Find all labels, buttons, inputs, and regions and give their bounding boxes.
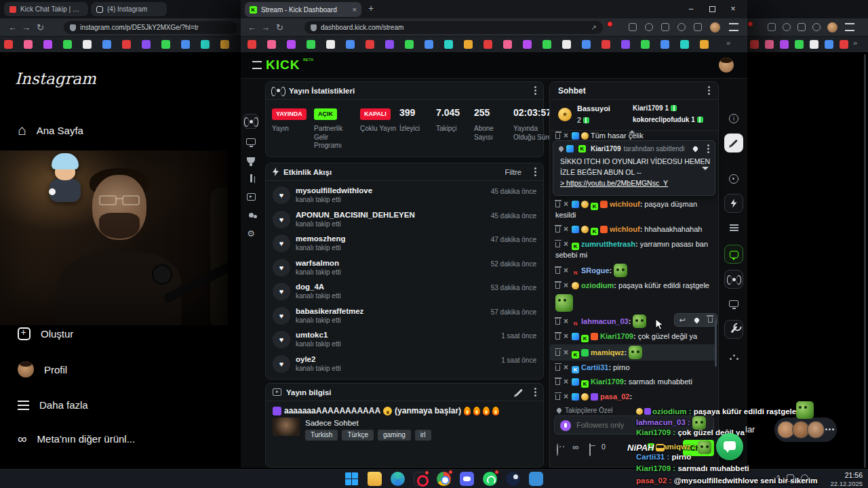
bookmark-favicon[interactable] (601, 40, 610, 49)
kebab-menu-icon[interactable] (707, 148, 709, 150)
bookmark-favicon[interactable] (346, 40, 355, 49)
extensions-puzzle-icon[interactable] (694, 23, 702, 31)
analytics-icon[interactable] (243, 171, 258, 186)
chat-username[interactable]: Kiari1709 (600, 332, 633, 340)
bookmark-favicon[interactable] (523, 40, 532, 49)
community-icon[interactable] (243, 207, 258, 222)
edit-icon[interactable] (515, 388, 523, 396)
bookmark-favicon[interactable] (161, 40, 170, 49)
chat-username[interactable]: lahmacun_03 (581, 317, 629, 325)
expand-chevron-icon[interactable] (702, 167, 709, 170)
kebab-menu-icon[interactable] (708, 89, 710, 92)
moderation-icon[interactable] (724, 320, 743, 339)
bookmark-favicon[interactable] (63, 40, 72, 49)
sidebar-item-menu[interactable]: Daha fazla (18, 399, 88, 411)
bookmark-favicon[interactable] (220, 40, 229, 49)
chat-username[interactable]: SRogue (581, 266, 610, 274)
mod-delete-icon[interactable] (555, 202, 560, 207)
edit-icon[interactable] (724, 134, 743, 152)
bookmark-favicon[interactable] (582, 40, 591, 49)
bookmarks-overflow-icon[interactable]: » (726, 39, 730, 47)
kebab-menu-icon[interactable] (534, 391, 536, 393)
bookmark-favicon[interactable] (102, 40, 111, 49)
bookmark-favicon[interactable] (680, 40, 689, 49)
reload-icon[interactable]: ↻ (276, 18, 283, 37)
app-icon[interactable] (529, 472, 543, 486)
follower-username[interactable]: oyle2 (296, 354, 472, 364)
reply-icon[interactable]: ↩ (679, 317, 685, 324)
discord-icon[interactable] (460, 472, 474, 486)
tag-pill[interactable]: Türkçe (342, 430, 374, 441)
share-icon[interactable]: ↗ (591, 18, 597, 37)
bookmark-favicon[interactable] (181, 40, 190, 49)
follower-username[interactable]: warfsalmon (296, 258, 472, 268)
mod-ban-icon[interactable]: × (564, 224, 568, 234)
mod-ban-icon[interactable]: × (564, 199, 568, 209)
bookmark-favicon[interactable] (621, 40, 630, 49)
mod-ban-icon[interactable]: × (564, 348, 568, 357)
emote-picker-icon[interactable] (557, 443, 558, 456)
address-bar[interactable]: instagram.com/p/DE5JkY2MXGe/?hl=tr (64, 21, 237, 34)
tab-close-icon[interactable]: × (353, 5, 357, 14)
broadcast-icon[interactable] (724, 270, 743, 289)
bookmark-favicon[interactable] (503, 40, 512, 49)
bookmark-favicon[interactable] (840, 40, 848, 49)
follower-username[interactable]: memoszheng (296, 234, 472, 243)
mod-delete-icon[interactable] (555, 242, 560, 247)
bookmark-favicon[interactable] (425, 40, 433, 49)
bookmark-favicon[interactable] (307, 40, 315, 49)
forward-icon[interactable]: → (261, 18, 270, 37)
extensions-puzzle-icon[interactable] (797, 23, 806, 31)
vpn-icon[interactable] (783, 23, 791, 31)
close-button[interactable]: × (723, 1, 743, 16)
bookmarks-overflow-icon[interactable]: » (853, 39, 857, 47)
new-tab-button[interactable]: + (368, 3, 374, 14)
filter-button[interactable]: Filtre (505, 168, 521, 176)
whatsapp-icon[interactable] (483, 472, 497, 486)
bookmark-favicon[interactable] (700, 40, 709, 49)
kebab-menu-icon[interactable] (534, 89, 536, 92)
maximize-button[interactable] (702, 1, 722, 16)
bookmark-favicon[interactable] (4, 40, 13, 49)
mod-ban-icon[interactable]: × (564, 281, 568, 290)
more-icon[interactable] (829, 428, 831, 430)
mod-delete-icon[interactable] (555, 319, 560, 325)
bookmark-favicon[interactable] (484, 40, 492, 49)
forward-icon[interactable]: → (22, 18, 31, 37)
mod-delete-icon[interactable] (555, 380, 560, 385)
taskbar-clock[interactable]: 21:56 22.12.2025 (830, 471, 863, 487)
chat-username[interactable]: wichlouf (610, 200, 640, 208)
kebab-menu-icon[interactable] (534, 171, 536, 173)
bookmark-favicon[interactable] (765, 40, 774, 49)
follower-username[interactable]: dog_4A (296, 282, 472, 291)
profile-avatar[interactable] (827, 22, 837, 33)
broadcast-icon[interactable] (243, 114, 258, 129)
chrome-icon[interactable] (437, 472, 451, 486)
tag-pill[interactable]: irl (415, 430, 431, 441)
floating-chat-button[interactable] (716, 433, 743, 460)
bookmark-favicon[interactable] (122, 40, 131, 49)
chat-username[interactable]: wichlouf (610, 225, 640, 233)
follower-username[interactable]: APONUN_BACISINI_DEHLEYEN (296, 210, 472, 220)
mod-ban-icon[interactable]: × (564, 239, 568, 249)
bookmark-favicon[interactable] (201, 40, 210, 49)
delete-icon[interactable] (708, 317, 713, 323)
pin-icon[interactable] (692, 146, 699, 152)
bookmark-favicon[interactable] (405, 40, 414, 49)
mod-ban-icon[interactable]: × (564, 377, 568, 386)
gifter-leaderboard[interactable]: ★ Bassuyoi 2 Kiari1709 1 kokoreclipofudu… (550, 100, 718, 131)
volume-icon[interactable] (629, 23, 637, 31)
quick-actions-icon[interactable] (724, 194, 743, 213)
bookmark-favicon[interactable] (83, 40, 92, 49)
sidebar-item-create[interactable]: Oluştur (18, 327, 73, 340)
follower-username[interactable]: mysoulfilledwithlove (296, 186, 472, 195)
bookmark-favicon[interactable] (810, 40, 818, 49)
mod-ban-icon[interactable]: × (564, 317, 568, 326)
bookmark-favicon[interactable] (464, 40, 473, 49)
tag-pill[interactable]: Turkish (305, 430, 338, 441)
chat-username[interactable]: oziodium (581, 281, 614, 289)
tab-kick-chat-takip[interactable]: Kick Chat Takip | Wich (4, 2, 88, 16)
bookmark-favicon[interactable] (385, 40, 394, 49)
bookmark-favicon[interactable] (562, 40, 571, 49)
pinned-link[interactable]: > https://youtu.be/2MbEMGNsc_Y (560, 179, 668, 187)
